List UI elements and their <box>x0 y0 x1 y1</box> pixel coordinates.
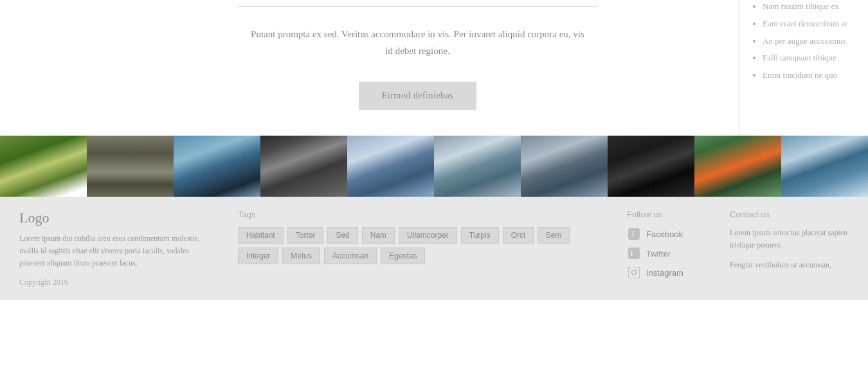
footer-contact-title: Contact us <box>730 210 849 219</box>
footer-tags-section: Tags Habitant Tortor Sed Nam Ullamcorper… <box>225 210 617 287</box>
photo-strip <box>0 136 868 197</box>
tag-metus[interactable]: Metus <box>282 248 320 264</box>
photo-1[interactable] <box>0 136 87 197</box>
photo-5[interactable] <box>347 136 434 197</box>
tags-grid: Habitant Tortor Sed Nam Ullamcorper Turp… <box>238 227 604 264</box>
photo-8[interactable] <box>608 136 694 197</box>
svg-point-6 <box>636 269 637 271</box>
footer-logo-text: Lorem ipsum dui cubilia arcu eros condim… <box>19 233 212 270</box>
footer-logo-section: Logo Lorem ipsum dui cubilia arcu eros c… <box>19 210 225 287</box>
footer-contact-section: Contact us Lorem ipsum senoctus placerat… <box>720 210 849 287</box>
tag-sem[interactable]: Sem <box>538 227 570 244</box>
main-paragraph: Putant prompta ex sed. Veritus accommoda… <box>251 26 585 59</box>
sidebar-item-3: An per augue accusamus <box>763 35 855 48</box>
social-links: f Facebook t Twitter <box>627 227 710 280</box>
photo-4[interactable] <box>260 136 347 197</box>
sidebar-list: Nam mazim tibique ex Eam erant democritu… <box>752 0 855 82</box>
sidebar-item-4: Falli tamquam tibique <box>763 51 855 65</box>
social-facebook[interactable]: f Facebook <box>627 227 710 241</box>
tag-nam[interactable]: Nam <box>362 227 395 244</box>
svg-text:t: t <box>631 249 633 257</box>
tag-sed[interactable]: Sed <box>327 227 357 244</box>
sidebar-item-2: Eam erant democritum at <box>763 17 855 31</box>
tag-tortor[interactable]: Tortor <box>287 227 324 244</box>
tag-egestas[interactable]: Egestas <box>381 248 425 264</box>
svg-rect-2 <box>628 248 640 259</box>
photo-9[interactable] <box>694 136 781 197</box>
page-wrapper: Putant prompta ex sed. Veritus accommoda… <box>0 0 868 387</box>
tag-integer[interactable]: Integer <box>238 248 278 264</box>
tag-turpis[interactable]: Turpis <box>461 227 499 244</box>
footer: Logo Lorem ipsum dui cubilia arcu eros c… <box>0 197 868 300</box>
sidebar-item-5: Enim tincidunt ne quo <box>763 69 855 82</box>
footer-follow-section: Follow us f Facebook t <box>617 210 720 287</box>
tag-ullamcorper[interactable]: Ullamcorper <box>399 227 457 244</box>
photo-2[interactable] <box>87 136 174 197</box>
photo-10[interactable] <box>781 136 868 197</box>
svg-point-5 <box>632 271 637 275</box>
twitter-label: Twitter <box>646 249 671 258</box>
facebook-icon: f <box>627 227 641 241</box>
footer-contact-text: Lorem ipsum senoctus placerat sapien tri… <box>730 227 849 251</box>
svg-rect-4 <box>628 267 640 278</box>
tag-habitant[interactable]: Habitant <box>238 227 284 244</box>
footer-contact-text2: Feugiat vestibulum ut accumsan, <box>730 259 849 271</box>
sidebar-item-1: Nam mazim tibique ex <box>763 0 855 14</box>
instagram-label: Instagram <box>646 268 683 278</box>
facebook-label: Facebook <box>646 230 683 239</box>
social-instagram[interactable]: Instagram <box>627 266 710 280</box>
social-twitter[interactable]: t Twitter <box>627 246 710 260</box>
footer-tags-title: Tags <box>238 210 604 219</box>
photo-7[interactable] <box>521 136 608 197</box>
top-section: Putant prompta ex sed. Veritus accommoda… <box>0 0 868 136</box>
cta-button[interactable]: Eirmod definiebas <box>359 82 477 110</box>
tag-accumsan[interactable]: Accumsan <box>324 248 377 264</box>
divider-line <box>238 6 598 7</box>
sidebar: Nam mazim tibique ex Eam erant democritu… <box>739 0 868 136</box>
main-content: Putant prompta ex sed. Veritus accommoda… <box>0 0 739 136</box>
tag-orci[interactable]: Orci <box>503 227 534 244</box>
photo-6[interactable] <box>434 136 521 197</box>
footer-copyright: Copyright 2016 <box>19 278 212 287</box>
instagram-icon <box>627 266 641 280</box>
photo-3[interactable] <box>174 136 260 197</box>
footer-logo: Logo <box>19 210 212 226</box>
footer-follow-title: Follow us <box>627 210 710 219</box>
twitter-icon: t <box>627 246 641 260</box>
